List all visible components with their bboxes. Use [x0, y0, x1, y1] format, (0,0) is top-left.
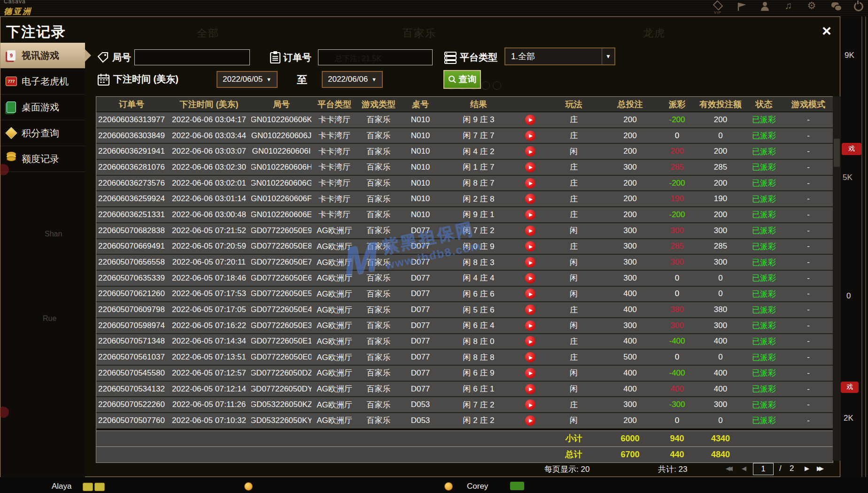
- replay-play-icon[interactable]: ▶: [525, 194, 535, 204]
- replay-play-icon[interactable]: ▶: [525, 210, 535, 220]
- cell-replay: ▶: [516, 350, 544, 365]
- search-button[interactable]: 查询: [443, 70, 481, 89]
- replay-play-icon[interactable]: ▶: [525, 368, 535, 378]
- cell-status: 已派彩: [744, 271, 784, 286]
- cell-game-mode: -: [784, 128, 833, 143]
- scrollbar-track[interactable]: [833, 96, 841, 461]
- background-seat-badge: [94, 483, 105, 491]
- music-icon[interactable]: ♫: [782, 0, 795, 16]
- cell-time: 2022-06-05 07:14:34: [167, 334, 251, 349]
- background-bottom-strip: Alaya Corey: [0, 477, 868, 493]
- replay-play-icon[interactable]: ▶: [525, 415, 535, 426]
- sidebar-item-table-games[interactable]: 桌面游戏: [0, 94, 85, 120]
- replay-play-icon[interactable]: ▶: [525, 273, 535, 283]
- sidebar-item-slots[interactable]: 777 电子老虎机: [0, 69, 85, 94]
- next-page-icon[interactable]: ▶: [805, 465, 807, 472]
- cell-play-method: 庄: [544, 397, 603, 412]
- cell-game-mode: [784, 431, 833, 446]
- cell-status: 已派彩: [744, 112, 784, 127]
- cell-order: 220606036303849: [96, 128, 167, 143]
- cell-order: 220605070656558: [96, 255, 167, 270]
- date-to-picker[interactable]: 2022/06/06▼: [322, 71, 383, 88]
- cell-valid-bet: 190: [697, 191, 744, 206]
- close-button[interactable]: ×: [817, 21, 837, 40]
- cell-result: 闲 4 庄 4: [441, 271, 516, 286]
- replay-play-icon[interactable]: ▶: [525, 399, 535, 410]
- replay-play-icon[interactable]: ▶: [525, 352, 535, 362]
- cell-payout: 285: [657, 239, 697, 254]
- background-panel-edge: [865, 16, 866, 493]
- first-page-icon[interactable]: ◀◀: [726, 465, 730, 472]
- order-number-input[interactable]: [318, 49, 433, 65]
- background-player-name: Rue: [43, 314, 56, 323]
- chat-icon[interactable]: [829, 0, 842, 16]
- cell-game-mode: -: [784, 350, 833, 365]
- sidebar-item-points-query[interactable]: 积分查询: [0, 120, 85, 146]
- table-row: 2206060362919412022-06-06 03:03:07GN0102…: [96, 144, 833, 160]
- cell-order: 220605070609798: [96, 302, 167, 317]
- chevron-down-icon: ▼: [602, 48, 614, 64]
- replay-play-icon[interactable]: ▶: [525, 336, 535, 346]
- replay-play-icon[interactable]: ▶: [525, 226, 535, 236]
- cell-platform: 卡卡湾厅: [311, 207, 357, 222]
- cell-result: 闲 6 庄 6: [441, 287, 516, 302]
- page-number-input[interactable]: [753, 463, 774, 475]
- calendar-icon: [97, 73, 110, 86]
- cell-total-bet: 300: [603, 239, 657, 254]
- cell-replay: ▶: [516, 271, 544, 286]
- replay-play-icon[interactable]: ▶: [525, 321, 535, 331]
- replay-play-icon[interactable]: ▶: [525, 162, 535, 172]
- replay-play-icon[interactable]: ▶: [525, 115, 535, 125]
- date-from-picker[interactable]: 2022/06/05▼: [217, 71, 278, 88]
- prev-page-icon[interactable]: ◀: [742, 465, 744, 472]
- sidebar-item-credit-records[interactable]: 额度记录: [0, 146, 85, 172]
- total-row-valid-bet: 4840: [697, 447, 744, 462]
- cell-replay: ▶: [516, 413, 544, 428]
- cell-replay: ▶: [516, 302, 544, 317]
- replay-play-icon[interactable]: ▶: [525, 178, 535, 188]
- cell-replay: ▶: [516, 239, 544, 254]
- cell-table: N010: [400, 160, 441, 175]
- cell-total-bet: 300: [603, 223, 657, 238]
- background-coin-icon: [444, 482, 453, 491]
- power-icon[interactable]: [852, 0, 865, 16]
- header-cell-game-mode: 游戏模式: [784, 97, 833, 111]
- replay-play-icon[interactable]: ▶: [525, 241, 535, 251]
- cell-play-method: 闲: [544, 318, 603, 333]
- replay-play-icon[interactable]: ▶: [525, 146, 535, 157]
- cell-result: [441, 431, 516, 446]
- cell-table: D077: [400, 334, 441, 349]
- cell-platform: 卡卡湾厅: [311, 160, 357, 175]
- cell-total-bet: 300: [603, 255, 657, 270]
- cell-platform: AG欧洲厅: [311, 271, 357, 286]
- replay-play-icon[interactable]: ▶: [525, 305, 535, 315]
- scrollbar-thumb[interactable]: [834, 139, 840, 167]
- cell-time: 2022-06-05 07:18:46: [167, 271, 251, 286]
- cell-result: 闲 7 庄 7: [441, 128, 516, 143]
- replay-play-icon[interactable]: ▶: [525, 289, 535, 299]
- cell-game-type: 百家乐: [357, 191, 400, 206]
- flag-icon[interactable]: [735, 0, 748, 16]
- vip-icon[interactable]: VIP: [711, 0, 724, 16]
- replay-play-icon[interactable]: ▶: [525, 257, 535, 267]
- cell-game-type: 百家乐: [357, 128, 400, 143]
- cell-replay: ▶: [516, 191, 544, 206]
- replay-play-icon[interactable]: ▶: [525, 384, 535, 394]
- cell-result: 闲 6 庄 1: [441, 382, 516, 397]
- slot-machine-icon: 777: [5, 75, 17, 87]
- sidebar-item-live-games[interactable]: 9 视讯游戏: [0, 43, 85, 69]
- cell-replay: [516, 447, 544, 462]
- cell-platform: 卡卡湾厅: [311, 176, 357, 191]
- cell-time: 2022-06-05 07:21:52: [167, 223, 251, 238]
- cell-game-type: 百家乐: [357, 302, 400, 317]
- account-settings-icon[interactable]: [758, 0, 771, 16]
- platform-type-select[interactable]: 1.全部 ▼: [504, 47, 615, 65]
- cell-play-method: 闲: [544, 271, 603, 286]
- cell-platform: AG欧洲厅: [311, 239, 357, 254]
- cell-total-bet: 200: [603, 207, 657, 222]
- gear-icon[interactable]: ⚙: [805, 0, 818, 16]
- cell-game-type: 百家乐: [357, 397, 400, 412]
- round-number-input[interactable]: [134, 49, 250, 65]
- replay-play-icon[interactable]: ▶: [525, 131, 535, 141]
- last-page-icon[interactable]: ▶▶: [817, 465, 822, 472]
